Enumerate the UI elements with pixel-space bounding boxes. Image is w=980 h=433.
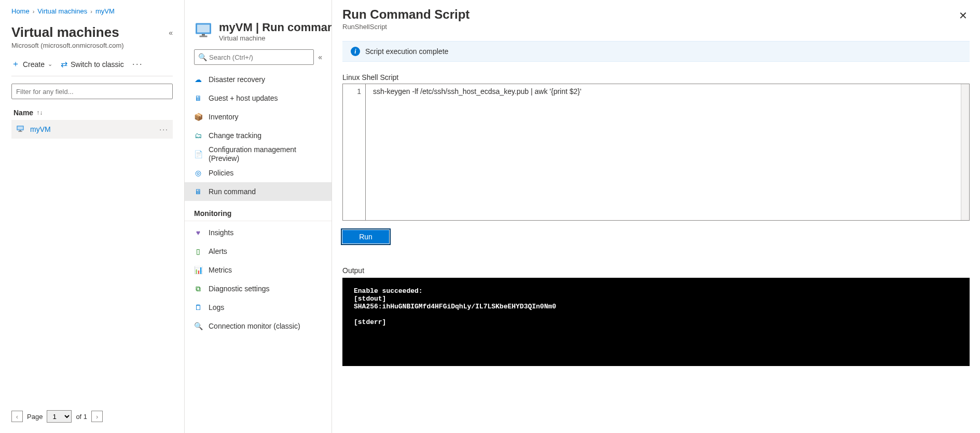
collapse-left-icon[interactable]: « xyxy=(169,29,173,37)
sidebar-item-label: Policies xyxy=(209,169,322,178)
filter-input[interactable] xyxy=(11,84,173,99)
status-text: Script execution complete xyxy=(365,47,448,56)
breadcrumb-home[interactable]: Home xyxy=(11,7,30,15)
sidebar-item-policies[interactable]: ◎Policies xyxy=(185,164,332,182)
policies-icon: ◎ xyxy=(194,169,202,177)
sidebar-item-logs[interactable]: 🗒Logs xyxy=(185,298,332,317)
sidebar-item-alerts[interactable]: ▯Alerts xyxy=(185,242,332,261)
plus-icon: ＋ xyxy=(11,59,20,70)
breadcrumb-vm[interactable]: myVM xyxy=(95,7,115,15)
page-subtitle: Microsoft (microsoft.onmicrosoft.com) xyxy=(11,42,173,49)
info-icon: i xyxy=(351,47,360,56)
section-monitoring: Monitoring xyxy=(185,204,332,221)
collapse-left-icon[interactable]: « xyxy=(318,53,322,61)
switch-label: Switch to classic xyxy=(71,60,124,69)
close-icon[interactable]: ✕ xyxy=(957,7,970,24)
svg-rect-2 xyxy=(20,130,21,131)
sidebar-item-diagnostic-settings[interactable]: ⧉Diagnostic settings xyxy=(185,279,332,298)
output-terminal[interactable]: Enable succeeded: [stdout] SHA256:ihHuGN… xyxy=(342,278,970,366)
vm-name: myVM xyxy=(30,125,51,133)
sidebar-item-label: Connection monitor (classic) xyxy=(209,322,322,331)
inventory-icon: 📦 xyxy=(194,113,202,121)
table-row[interactable]: myVM ··· xyxy=(11,120,173,139)
svg-rect-7 xyxy=(200,36,208,37)
search-input[interactable] xyxy=(194,49,314,65)
chevron-down-icon: ⌄ xyxy=(48,61,52,67)
breadcrumb-vms[interactable]: Virtual machines xyxy=(37,7,87,15)
create-button[interactable]: ＋ Create ⌄ xyxy=(11,59,52,70)
sidebar-item-connection-monitor-classic[interactable]: 🔍Connection monitor (classic) xyxy=(185,317,332,335)
sidebar-item-label: Metrics xyxy=(209,266,322,275)
sidebar-item-label: Alerts xyxy=(209,247,322,256)
switch-button[interactable]: ⇄ Switch to classic xyxy=(61,59,124,69)
blade-subtitle: Virtual machine xyxy=(219,34,332,42)
sidebar-item-label: Configuration management (Preview) xyxy=(209,145,322,163)
sidebar-item-label: Disaster recovery xyxy=(209,75,322,84)
pager-of: of 1 xyxy=(76,413,87,421)
svg-rect-5 xyxy=(197,25,210,33)
panel-title: Run Command Script xyxy=(342,7,470,22)
sidebar-item-change-tracking[interactable]: 🗂Change tracking xyxy=(185,126,332,145)
metrics-icon: 📊 xyxy=(194,266,202,274)
configuration-icon: 📄 xyxy=(194,150,202,158)
sidebar-item-label: Guest + host updates xyxy=(209,94,322,103)
status-bar: i Script execution complete xyxy=(342,41,970,62)
vm-icon xyxy=(16,124,25,135)
swap-icon: ⇄ xyxy=(61,59,67,69)
connection-icon: 🔍 xyxy=(194,322,202,330)
create-label: Create xyxy=(23,60,45,69)
column-header-name[interactable]: Name ↑↓ xyxy=(11,105,173,120)
chevron-right-icon: › xyxy=(33,8,35,15)
script-code[interactable]: ssh-keygen -lf /etc/ssh/ssh_host_ecdsa_k… xyxy=(366,84,961,220)
name-header-label: Name xyxy=(13,109,33,117)
pager-next[interactable]: › xyxy=(91,411,103,422)
insights-icon: ♥ xyxy=(194,228,202,237)
guest-icon: 🖥 xyxy=(194,94,202,102)
sidebar-item-run-command[interactable]: 🖥Run command xyxy=(185,182,332,201)
sidebar-item-metrics[interactable]: 📊Metrics xyxy=(185,261,332,279)
svg-rect-1 xyxy=(18,126,23,129)
page-title: Virtual machines xyxy=(11,24,119,40)
chevron-right-icon: › xyxy=(90,8,92,15)
sidebar-item-label: Inventory xyxy=(209,113,322,121)
search-icon: 🔍 xyxy=(198,53,207,61)
sidebar-item-configuration-management-preview[interactable]: 📄Configuration management (Preview) xyxy=(185,145,332,164)
sidebar-item-guest-host-updates[interactable]: 🖥Guest + host updates xyxy=(185,89,332,107)
blade-title: myVM | Run command xyxy=(219,21,332,34)
sidebar-item-label: Change tracking xyxy=(209,131,322,140)
sidebar-item-label: Run command xyxy=(209,187,322,196)
script-editor[interactable]: 1 ssh-keygen -lf /etc/ssh/ssh_host_ecdsa… xyxy=(342,84,970,221)
sidebar-item-inventory[interactable]: 📦Inventory xyxy=(185,107,332,126)
disaster-icon: ☁ xyxy=(194,75,202,84)
change-icon: 🗂 xyxy=(194,131,202,140)
line-number: 1 xyxy=(343,84,366,220)
svg-rect-6 xyxy=(202,34,205,36)
sidebar-item-label: Logs xyxy=(209,303,322,312)
svg-rect-3 xyxy=(18,131,22,132)
panel-subtitle: RunShellScript xyxy=(342,23,470,31)
sidebar-item-disaster-recovery[interactable]: ☁Disaster recovery xyxy=(185,70,332,89)
alerts-icon: ▯ xyxy=(194,247,202,255)
sort-asc-icon: ↑↓ xyxy=(36,109,43,116)
pager-select[interactable]: 1 xyxy=(47,410,72,423)
pager-page-label: Page xyxy=(27,413,43,421)
run-icon: 🖥 xyxy=(194,187,202,196)
pager: ‹ Page 1 of 1 › xyxy=(11,405,173,433)
sidebar-item-label: Diagnostic settings xyxy=(209,285,322,293)
row-more-icon[interactable]: ··· xyxy=(159,125,169,133)
diagnostic-icon: ⧉ xyxy=(194,285,202,293)
vm-icon xyxy=(194,21,213,39)
logs-icon: 🗒 xyxy=(194,303,202,312)
sidebar-item-label: Insights xyxy=(209,228,322,237)
breadcrumb: Home › Virtual machines › myVM xyxy=(11,7,173,15)
script-label: Linux Shell Script xyxy=(342,73,970,82)
output-label: Output xyxy=(342,266,970,275)
scrollbar[interactable] xyxy=(961,84,969,220)
toolbar-more[interactable]: ··· xyxy=(132,59,143,70)
run-button[interactable]: Run xyxy=(342,230,389,243)
pager-prev[interactable]: ‹ xyxy=(11,411,23,422)
sidebar-item-insights[interactable]: ♥Insights xyxy=(185,223,332,242)
